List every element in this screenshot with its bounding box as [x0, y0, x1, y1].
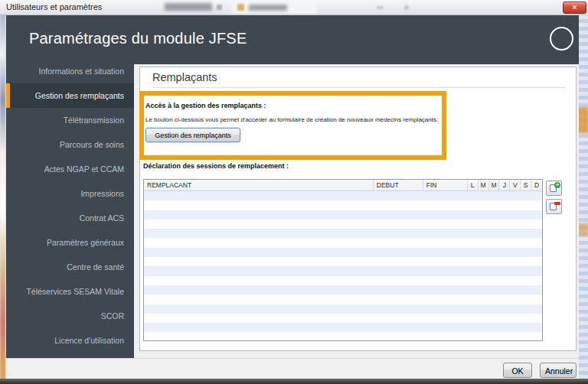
background-blur-accent — [578, 223, 588, 236]
sidebar-item-actes-ngap-et-ccam[interactable]: Actes NGAP et CCAM — [6, 157, 134, 181]
background-blur-accent — [578, 107, 588, 133]
page-title: Paramétrages du module JFSE — [29, 30, 247, 47]
sessions-section-label: Déclaration des sessions de remplacement… — [143, 162, 289, 170]
background-tab-icon-blur — [237, 4, 244, 11]
table-row — [144, 257, 542, 266]
table-row — [144, 276, 542, 285]
cancel-button[interactable]: Annuler — [540, 363, 577, 378]
sidebar-item-contrat-acs[interactable]: Contrat ACS — [6, 206, 134, 230]
background-tab-blur — [249, 5, 287, 11]
access-highlight-box: Accès à la gestion des remplaçants : Le … — [139, 91, 446, 160]
column-header-v-7[interactable]: V — [510, 180, 521, 190]
dialog-footer: OK Annuler — [5, 358, 579, 379]
table-row — [144, 332, 542, 341]
table-row — [144, 210, 542, 220]
column-header-m-5[interactable]: M — [489, 180, 500, 190]
window-title: Utilisateurs et paramètres — [6, 2, 102, 11]
section-heading: Remplaçants — [152, 71, 217, 83]
table-row — [144, 266, 542, 275]
sidebar-item-teletransmission[interactable]: Télétransmission — [6, 108, 134, 132]
sidebar-item-centre-de-sante[interactable]: Centre de santé — [6, 255, 134, 279]
table-row — [144, 191, 542, 200]
sidebar-item-label: Impressions — [80, 189, 124, 198]
user-avatar-icon[interactable] — [550, 27, 573, 50]
table-row — [144, 238, 542, 247]
sidebar-item-label: Gestion des remplaçants — [35, 91, 124, 100]
sidebar-item-label: Télétransmission — [64, 116, 124, 125]
table-row — [144, 304, 542, 314]
sidebar-item-informations-et-situation[interactable]: Informations et situation — [6, 64, 134, 83]
table-row — [144, 295, 542, 304]
table-header: REMPLACANTDEBUTFINLMMJVSD — [144, 180, 542, 191]
table-row — [144, 248, 542, 257]
sidebar-item-label: Actes NGAP et CCAM — [44, 164, 124, 174]
table-row — [144, 314, 542, 323]
remove-session-button[interactable] — [546, 199, 562, 214]
table-row — [144, 229, 542, 238]
window-titlebar: Utilisateurs et paramètres ✕ — [0, 0, 588, 15]
sidebar-item-parametres-generaux[interactable]: Paramètres généraux — [6, 230, 134, 255]
sidebar-item-label: Licence d'utilisation — [54, 336, 124, 345]
background-window-right-blur — [578, 0, 588, 384]
access-section-label: Accès à la gestion des remplaçants : — [145, 102, 266, 109]
sidebar-item-scor[interactable]: SCOR — [6, 304, 134, 328]
table-row — [144, 285, 542, 295]
content-panel: Remplaçants Accès à la gestion des rempl… — [139, 67, 577, 351]
window-bottom-edge — [0, 379, 588, 384]
background-tab-blur — [404, 5, 409, 10]
background-tab-blur — [377, 6, 384, 9]
column-header-l-3[interactable]: L — [468, 180, 479, 190]
heading-divider — [152, 87, 566, 88]
table-row — [144, 323, 542, 332]
background-tab-blur — [165, 3, 212, 11]
sidebar-item-label: Parcours de soins — [60, 140, 124, 149]
sidebar-item-label: SCOR — [101, 311, 124, 321]
sidebar-item-label: Centre de santé — [67, 262, 124, 272]
sidebar-item-gestion-des-remplacants[interactable]: Gestion des remplaçants — [6, 83, 134, 108]
table-row — [144, 220, 542, 229]
sidebar-item-label: Contrat ACS — [80, 213, 124, 223]
column-header-s-8[interactable]: S — [521, 180, 531, 190]
sidebar-nav: Informations et situationGestion des rem… — [5, 64, 134, 358]
sidebar-item-impressions[interactable]: Impressions — [6, 181, 134, 206]
column-header-remplacant[interactable]: REMPLACANT — [144, 180, 374, 190]
column-header-d-9[interactable]: D — [531, 180, 542, 190]
table-row — [144, 200, 542, 210]
gestion-des-remplacants-button[interactable]: Gestion des remplaçants — [145, 128, 240, 142]
sidebar-item-teleservices-sesam-vitale[interactable]: Téléservices SESAM Vitale — [6, 279, 134, 304]
screen: Utilisateurs et paramètres ✕ Paramétrage… — [0, 0, 588, 384]
minus-badge-icon — [554, 202, 560, 205]
ok-button[interactable]: OK — [503, 363, 532, 378]
active-accent-bar — [6, 83, 10, 108]
table-body — [144, 191, 542, 342]
plus-badge-icon: + — [554, 182, 560, 188]
sidebar-item-licence-d-utilisation[interactable]: Licence d'utilisation — [6, 328, 134, 353]
sidebar-item-label: Paramètres généraux — [47, 238, 124, 247]
column-header-debut[interactable]: DEBUT — [374, 180, 423, 190]
sidebar-item-parcours-de-soins[interactable]: Parcours de soins — [6, 132, 134, 157]
column-header-m-4[interactable]: M — [479, 180, 489, 190]
sessions-table: REMPLACANTDEBUTFINLMMJVSD — [143, 179, 543, 341]
add-session-button[interactable]: + — [546, 181, 562, 196]
sidebar-item-label: Informations et situation — [39, 67, 124, 76]
column-header-j-6[interactable]: J — [499, 180, 510, 190]
column-header-fin[interactable]: FIN — [423, 180, 468, 190]
close-window-button[interactable]: ✕ — [563, 2, 586, 14]
app-header: Paramétrages du module JFSE — [5, 15, 579, 64]
access-section-description: Le bouton ci-dessous vous permet d'accéd… — [145, 116, 438, 123]
background-tab-blur — [217, 5, 222, 10]
sidebar-item-label: Téléservices SESAM Vitale — [26, 287, 124, 296]
